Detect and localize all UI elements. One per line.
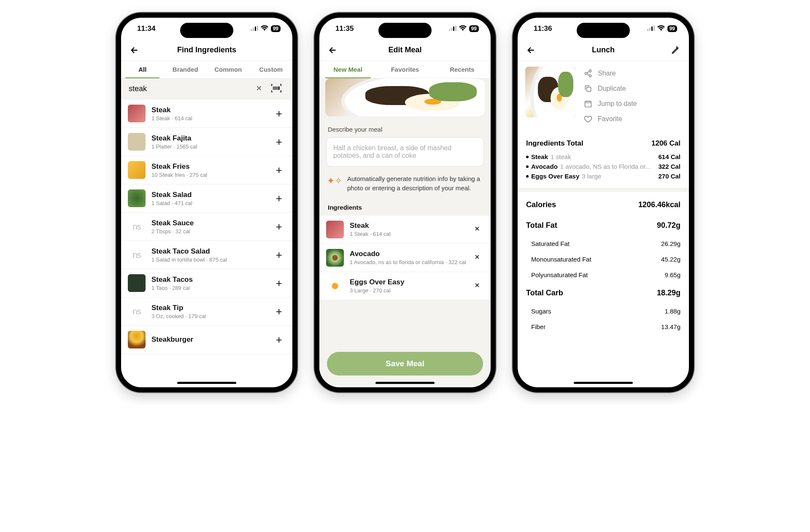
- remove-icon[interactable]: [470, 223, 484, 236]
- ingredient-line[interactable]: Eggs Over Easy 3 large270 Cal: [518, 171, 689, 181]
- lunch-scroll[interactable]: Share Duplicate Jump to date Favorite In…: [518, 61, 689, 387]
- wifi-icon: [657, 24, 665, 33]
- ingredient-item[interactable]: nsSteak Sauce2 Tbsps · 32 cal+: [121, 213, 292, 241]
- sparkle-icon: ✦✧: [327, 174, 342, 193]
- signal-icon: [251, 24, 258, 33]
- action-share[interactable]: Share: [583, 67, 681, 80]
- nutrition-sub-value: 45.22g: [661, 256, 680, 263]
- edit-meal-scroll[interactable]: Describe your meal Half a chicken breast…: [319, 78, 491, 386]
- meal-ingredient-item[interactable]: Steak1 Steak · 614 cal: [319, 216, 491, 244]
- add-icon[interactable]: +: [273, 305, 286, 318]
- header: Find Ingredients: [121, 40, 292, 61]
- nutrition-label: Calories: [526, 200, 556, 209]
- meal-photo[interactable]: [325, 78, 485, 116]
- nutrition-sub-value: 1.88g: [664, 308, 680, 315]
- ingredient-item[interactable]: Steak Tacos1 Taco · 289 cal+: [121, 269, 292, 297]
- meal-ingredient-item[interactable]: Eggs Over Easy3 Large · 270 cal: [319, 272, 491, 300]
- ingredient-line[interactable]: Avocado 1 avocado, NS as to Florida or..…: [518, 162, 689, 171]
- ingredients-total-label: Ingredients Total: [526, 139, 583, 148]
- battery-badge: 99: [469, 25, 479, 32]
- tab-new-meal[interactable]: New Meal: [319, 61, 376, 78]
- ingredient-name: Avocado: [531, 163, 558, 170]
- svg-rect-8: [647, 29, 648, 31]
- tab-branded[interactable]: Branded: [164, 61, 207, 78]
- ingredient-sub: 1 Taco · 289 cal: [151, 285, 273, 291]
- back-icon[interactable]: [128, 43, 141, 57]
- clock: 11:34: [137, 24, 155, 33]
- add-icon[interactable]: +: [273, 333, 286, 346]
- tab-common[interactable]: Common: [207, 61, 250, 78]
- ai-hint-text: Automatically generate nutrition info by…: [347, 174, 483, 193]
- ingredient-sub: 3 Oz, cooked · 179 cal: [151, 313, 273, 319]
- describe-input[interactable]: Half a chicken breast, a side of mashed …: [326, 137, 484, 167]
- ingredient-item[interactable]: Steak1 Steak · 614 cal+: [121, 100, 292, 128]
- ingredient-name: Steak Tacos: [151, 275, 273, 284]
- search-input[interactable]: [128, 81, 251, 97]
- edit-icon[interactable]: [669, 43, 682, 57]
- nutrition-sub-label: Saturated Fat: [531, 240, 570, 247]
- wifi-icon: [261, 24, 268, 33]
- add-icon[interactable]: +: [273, 277, 286, 290]
- dynamic-island: [180, 23, 233, 38]
- ingredients-total: Ingredients Total 1206 Cal: [518, 133, 689, 152]
- ingredient-sub: 1 Steak · 614 cal: [151, 115, 273, 122]
- add-icon[interactable]: +: [273, 164, 286, 177]
- ingredient-item[interactable]: Steak Fries10 Steak fries · 275 cal+: [121, 156, 292, 184]
- ingredient-item[interactable]: nsSteak Taco Salad1 Salad in tortilla bo…: [121, 241, 292, 269]
- svg-rect-7: [455, 26, 456, 31]
- ingredient-line[interactable]: Steak 1 steak614 Cal: [518, 152, 689, 162]
- meal-ingredient-item[interactable]: Avocado1 Avocado, ns as to florida or ca…: [319, 244, 491, 272]
- nutrition-subrow: Monounsaturated Fat45.22g: [518, 251, 689, 267]
- home-indicator[interactable]: [375, 382, 435, 384]
- add-icon[interactable]: +: [273, 135, 286, 149]
- add-icon[interactable]: +: [273, 220, 286, 233]
- barcode-icon[interactable]: [267, 84, 286, 94]
- action-favorite[interactable]: Favorite: [583, 112, 681, 126]
- ingredient-name: Steakburger: [151, 335, 273, 344]
- ingredient-name: Steak: [151, 106, 273, 114]
- ingredient-name: Eggs Over Easy: [350, 278, 470, 286]
- battery-badge: 99: [667, 25, 677, 32]
- back-icon[interactable]: [524, 43, 538, 57]
- svg-rect-15: [587, 87, 591, 92]
- remove-icon[interactable]: [470, 279, 484, 292]
- tab-custom[interactable]: Custom: [250, 61, 293, 78]
- tab-recents[interactable]: Recents: [434, 61, 491, 78]
- svg-rect-0: [251, 29, 252, 31]
- clear-icon[interactable]: [251, 84, 267, 94]
- tab-all[interactable]: All: [121, 61, 164, 78]
- nutrition-sub-label: Monounsaturated Fat: [531, 256, 591, 263]
- add-icon[interactable]: +: [273, 248, 286, 262]
- nutrition-subrow: Fiber13.47g: [518, 319, 689, 335]
- phone-edit-meal: 11:35 99 Edit Meal New Meal Favorites Re…: [314, 13, 496, 392]
- add-icon[interactable]: +: [273, 192, 286, 205]
- ingredient-item[interactable]: Steakburger+: [121, 326, 292, 354]
- add-icon[interactable]: +: [273, 107, 286, 120]
- clock: 11:35: [335, 24, 354, 33]
- home-indicator[interactable]: [574, 382, 633, 384]
- tabs: All Branded Common Custom: [121, 61, 292, 78]
- save-meal-button[interactable]: Save Meal: [327, 352, 483, 375]
- meal-summary-top: Share Duplicate Jump to date Favorite: [518, 61, 689, 133]
- ingredient-item[interactable]: Steak Fajita1 Platter · 1565 cal+: [121, 128, 292, 156]
- ingredient-item[interactable]: nsSteak Tip3 Oz, cooked · 179 cal+: [121, 297, 292, 326]
- ingredient-name: Steak Fajita: [151, 134, 273, 143]
- remove-icon[interactable]: [470, 251, 484, 264]
- ingredient-item[interactable]: Steak Salad1 Salad · 471 cal+: [121, 184, 292, 213]
- nutrition-sub-label: Polyunsaturated Fat: [531, 271, 588, 278]
- back-icon[interactable]: [326, 43, 340, 57]
- ingredient-name: Steak Fries: [151, 162, 273, 171]
- ingredient-list[interactable]: Steak1 Steak · 614 cal+Steak Fajita1 Pla…: [121, 100, 292, 386]
- action-duplicate[interactable]: Duplicate: [583, 82, 681, 95]
- tab-favorites[interactable]: Favorites: [376, 61, 433, 78]
- ingredient-sub: 1 Salad · 471 cal: [151, 200, 273, 206]
- dynamic-island: [378, 23, 432, 38]
- ingredient-name: Avocado: [350, 250, 470, 258]
- meal-photo[interactable]: [525, 67, 576, 117]
- svg-rect-4: [449, 29, 450, 31]
- nutrition-subrow: Saturated Fat26.29g: [518, 236, 689, 251]
- home-indicator[interactable]: [177, 382, 236, 384]
- action-jump-to-date[interactable]: Jump to date: [583, 97, 681, 111]
- ingredient-sub: 1 Platter · 1565 cal: [151, 143, 273, 150]
- header: Lunch: [518, 40, 689, 61]
